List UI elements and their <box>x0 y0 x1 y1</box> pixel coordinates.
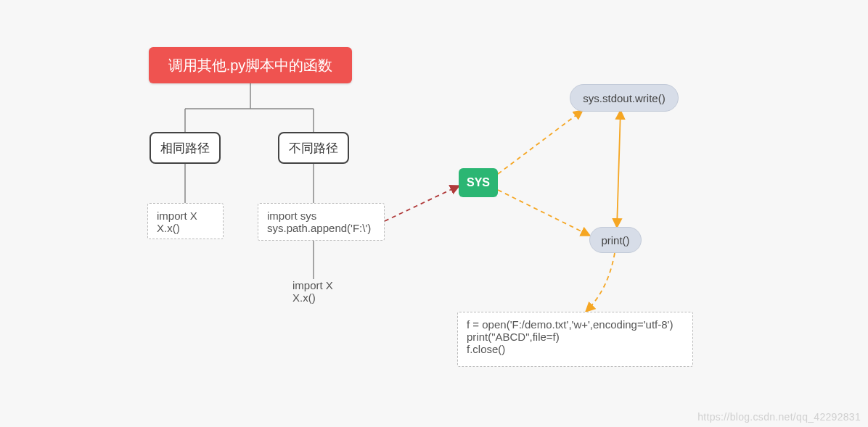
svg-line-7 <box>385 186 459 221</box>
branch-diff-path: 不同路径 <box>278 132 349 164</box>
stdout-label: sys.stdout.write() <box>583 92 665 104</box>
branch-same-path: 相同路径 <box>150 132 221 164</box>
print-label: print() <box>601 234 629 246</box>
diff-path-code2: import X X.x() <box>292 279 372 304</box>
svg-line-9 <box>498 190 590 236</box>
root-node: 调用其他.py脚本中的函数 <box>149 47 352 83</box>
branch-same-label: 相同路径 <box>160 140 210 157</box>
file-code-text: f = open('F:/demo.txt','w+',encoding='ut… <box>467 318 673 355</box>
branch-diff-label: 不同路径 <box>289 140 338 157</box>
root-title: 调用其他.py脚本中的函数 <box>168 56 333 75</box>
print-node: print() <box>589 227 642 253</box>
svg-line-10 <box>617 110 621 228</box>
sys-label: SYS <box>467 176 490 189</box>
watermark: https://blog.csdn.net/qq_42292831 <box>697 411 861 423</box>
file-code: f = open('F:/demo.txt','w+',encoding='ut… <box>457 312 693 367</box>
diff-path-code1-text: import sys sys.path.append('F:\') <box>267 210 371 234</box>
sys-node: SYS <box>459 168 498 197</box>
same-path-code-text: import X X.x() <box>157 210 197 234</box>
diff-path-code1: import sys sys.path.append('F:\') <box>258 203 385 241</box>
svg-line-8 <box>498 110 583 174</box>
diagram-connectors <box>0 0 868 427</box>
stdout-node: sys.stdout.write() <box>570 84 679 112</box>
same-path-code: import X X.x() <box>147 203 224 239</box>
diff-path-code2-text: import X X.x() <box>292 279 333 304</box>
